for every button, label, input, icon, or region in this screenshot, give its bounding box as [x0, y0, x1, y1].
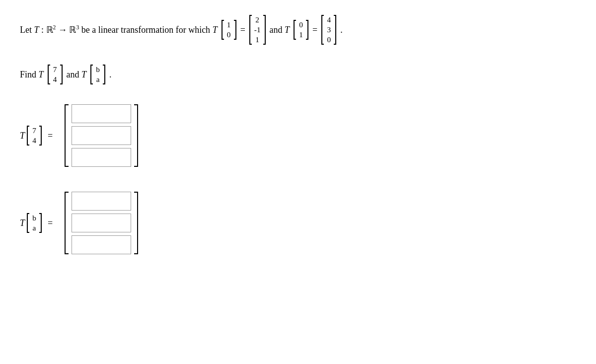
find-text: Find T	[20, 70, 44, 80]
answer-matrix-1	[65, 104, 138, 167]
answer-v1-col: 7 4	[31, 126, 38, 146]
answer-v2-r1: b	[31, 213, 38, 223]
t74-input-r3[interactable]	[72, 148, 131, 167]
t74-input-r2[interactable]	[72, 126, 131, 145]
answer-inputs-1	[72, 104, 131, 167]
big-bracket-left-2	[65, 192, 69, 254]
answer-matrix-2	[65, 192, 138, 254]
equals-sign-1: =	[240, 25, 245, 35]
bracket-right	[334, 15, 336, 45]
given-result1-r3: 1	[254, 35, 261, 45]
answer-section-1: T 7 4 =	[20, 104, 576, 167]
and-text-2: and T	[67, 70, 87, 80]
period-1: .	[340, 25, 343, 35]
answer-v2-col: b a	[31, 213, 38, 233]
find-v2-r1: b	[94, 65, 101, 74]
find-v1-matrix: 7 4	[48, 65, 63, 84]
find-v1-col: 7 4	[52, 65, 59, 84]
answer-v1-matrix: 7 4	[27, 126, 42, 146]
find-v1-r2: 4	[52, 74, 59, 84]
given-v2-matrix: 0 1	[294, 20, 308, 40]
given-result2-matrix: 4 3 0	[321, 15, 336, 45]
answer-lhs-1: T 7 4 =	[20, 126, 57, 146]
answer-v2-matrix: b a	[27, 213, 42, 233]
answer-lhs-2: T b a =	[20, 213, 57, 233]
given-result1-matrix: 2 -1 1	[249, 15, 266, 45]
big-bracket-left-1	[65, 104, 69, 167]
bracket-right	[263, 15, 266, 45]
answer-v1-r2: 4	[31, 136, 38, 146]
answer-v2-r2: a	[31, 223, 38, 233]
find-v1-r1: 7	[52, 65, 59, 74]
equals-answer-2: =	[48, 218, 53, 228]
bracket-left	[90, 65, 93, 84]
t74-input-r1[interactable]	[72, 104, 131, 123]
bracket-left	[222, 20, 224, 40]
given-v2-col: 0 1	[298, 20, 304, 40]
bracket-right	[39, 213, 42, 233]
given-result2-r3: 0	[325, 35, 332, 45]
equals-sign-2: =	[312, 25, 317, 35]
bracket-left	[48, 65, 50, 84]
given-v2-r2: 1	[298, 30, 304, 40]
given-v1-r2: 0	[225, 30, 232, 40]
given-result2-r1: 4	[325, 15, 332, 25]
bracket-left	[249, 15, 252, 45]
given-v1-col: 1 0	[225, 20, 232, 40]
given-v1-r1: 1	[225, 20, 232, 30]
find-row: Find T 7 4 and T b a .	[20, 65, 576, 84]
given-result2-col: 4 3 0	[325, 15, 332, 45]
given-result1-r2: -1	[253, 25, 262, 35]
given-result2-r2: 3	[325, 25, 332, 35]
given-v1-matrix: 1 0	[222, 20, 236, 40]
big-bracket-right-2	[134, 192, 138, 254]
given-result1-col: 2 -1 1	[253, 15, 262, 45]
intro-row: Let T : ℝ2 → ℝ3 be a linear transformati…	[20, 15, 576, 45]
answer-inputs-2	[72, 192, 131, 254]
tba-input-r1[interactable]	[72, 192, 131, 211]
find-v2-matrix: b a	[90, 65, 105, 84]
period-2: .	[109, 70, 112, 80]
bracket-left	[27, 126, 29, 146]
t-label-2: T	[20, 218, 25, 228]
find-v2-r2: a	[94, 74, 101, 84]
bracket-left	[294, 20, 296, 40]
answer-v1-r1: 7	[31, 126, 38, 136]
given-v2-r1: 0	[298, 20, 304, 30]
bracket-left	[27, 213, 29, 233]
bracket-right	[306, 20, 308, 40]
bracket-right	[60, 65, 63, 84]
and-text: and T	[270, 25, 290, 35]
given-result1-r1: 2	[254, 15, 261, 25]
big-bracket-right-1	[134, 104, 138, 167]
equals-answer-1: =	[48, 131, 53, 141]
tba-input-r2[interactable]	[72, 214, 131, 232]
answer-section-2: T b a =	[20, 192, 576, 254]
tba-input-r3[interactable]	[72, 235, 131, 254]
t-label-1: T	[20, 131, 25, 141]
bracket-right	[234, 20, 236, 40]
intro-text: Let T : ℝ2 → ℝ3 be a linear transformati…	[20, 24, 218, 35]
bracket-right	[103, 65, 105, 84]
bracket-right	[39, 126, 42, 146]
bracket-left	[321, 15, 324, 45]
find-v2-col: b a	[94, 65, 101, 84]
